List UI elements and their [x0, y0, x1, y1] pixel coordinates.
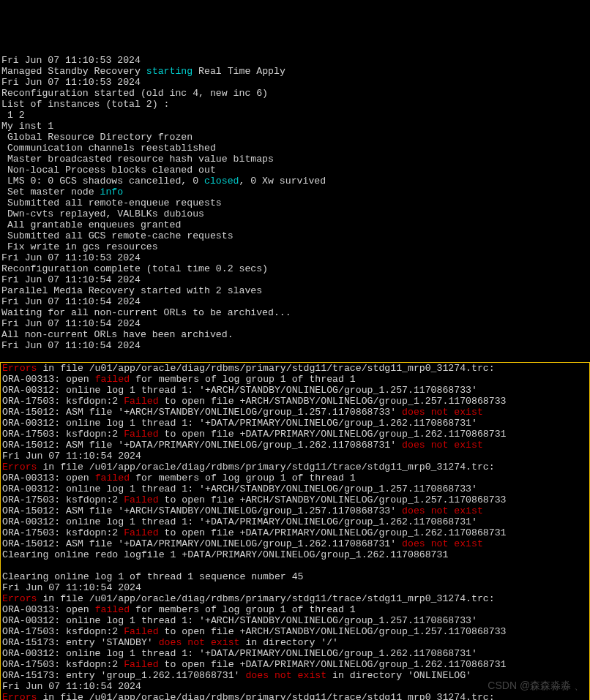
log-text: Submitted all GCS remote-cache requests [1, 230, 234, 241]
log-text: ORA-00312: online log 1 thread 1: '+DATA… [2, 418, 477, 429]
log-text: for members of log group 1 of thread 1 [130, 473, 356, 483]
log-text: in file /u01/app/oracle/diag/rdbms/prima… [37, 692, 494, 700]
log-text: Fri Jun 07 11:10:53 2024 [1, 77, 141, 88]
log-line: Fri Jun 07 11:10:54 2024 [1, 340, 589, 351]
log-line: Set master node info [1, 187, 589, 197]
log-line: Managed Standby Recovery starting Real T… [1, 66, 589, 77]
log-line: ORA-00312: online log 1 thread 1: '+ARCH… [2, 385, 588, 396]
log-text: Fix write in gcs resources [1, 241, 158, 252]
log-line: All non-current ORLs have been archived. [1, 329, 589, 340]
log-line: Clearing online redo logfile 1 +DATA/PRI… [2, 549, 588, 560]
log-text-red: failed [95, 374, 130, 385]
log-text: Parallel Media Recovery started with 2 s… [1, 285, 262, 296]
log-text: ORA-17503: ksfdopn:2 [2, 659, 124, 670]
log-text: My inst 1 [1, 121, 53, 132]
log-line: ORA-00312: online log 1 thread 1: '+DATA… [2, 418, 588, 429]
log-text-red: does not exist [402, 505, 483, 516]
log-text: for members of log group 1 of thread 1 [130, 604, 356, 615]
log-text: Set master node [1, 187, 100, 197]
log-text: ORA-00312: online log 1 thread 1: '+ARCH… [2, 615, 477, 626]
log-line: Fix write in gcs resources [1, 241, 589, 252]
log-text: ORA-15012: ASM file '+ARCH/STANDBY/ONLIN… [2, 505, 402, 516]
log-line: LMS 0: 0 GCS shadows cancelled, 0 closed… [1, 176, 589, 187]
log-text: to open file +ARCH/STANDBY/ONLINELOG/gro… [159, 494, 507, 505]
log-text: to open file +DATA/PRIMARY/ONLINELOG/gro… [159, 429, 507, 440]
log-text: ORA-15012: ASM file '+DATA/PRIMARY/ONLIN… [2, 538, 402, 549]
log-text-red: Failed [124, 626, 158, 637]
log-text: Managed Standby Recovery [1, 66, 146, 77]
log-line: Reconfiguration started (old inc 4, new … [1, 88, 589, 99]
log-text: Clearing online redo logfile 1 +DATA/PRI… [2, 549, 448, 560]
log-line: ORA-17503: ksfdopn:2 Failed to open file… [2, 659, 588, 670]
log-line: ORA-00313: open failed for members of lo… [2, 604, 588, 615]
log-line: Fri Jun 07 11:10:53 2024 [1, 77, 589, 88]
log-text: in directory '/' [239, 637, 338, 648]
log-text-red: does not exist [245, 670, 326, 681]
terminal-output-top[interactable]: Fri Jun 07 11:10:53 2024Managed Standby … [0, 55, 590, 351]
log-text: ORA-00312: online log 1 thread 1: '+ARCH… [2, 483, 477, 494]
log-text: Non-local Process blocks cleaned out [1, 165, 216, 176]
log-text: ORA-00313: open [2, 473, 95, 483]
log-line: Errors in file /u01/app/oracle/diag/rdbm… [2, 462, 588, 473]
log-text: All grantable enqueues granted [1, 219, 181, 230]
log-line: Fri Jun 07 11:10:54 2024 [1, 296, 589, 307]
log-line: ORA-17503: ksfdopn:2 Failed to open file… [2, 396, 588, 407]
log-text: Fri Jun 07 11:10:54 2024 [1, 318, 141, 329]
log-text: in directory 'ONLINELOG' [326, 670, 471, 681]
log-text: Clearing online log 1 of thread 1 sequen… [2, 571, 304, 582]
log-line: ORA-00312: online log 1 thread 1: '+DATA… [2, 516, 588, 527]
log-text: Fri Jun 07 11:10:53 2024 [1, 252, 141, 263]
log-text-cyan: info [100, 187, 124, 197]
log-text: ORA-15012: ASM file '+DATA/PRIMARY/ONLIN… [2, 440, 402, 451]
log-text: ORA-17503: ksfdopn:2 [2, 527, 124, 538]
log-text: in file /u01/app/oracle/diag/rdbms/prima… [37, 462, 494, 473]
log-text: ORA-00312: online log 1 thread 1: '+ARCH… [2, 385, 477, 396]
log-line: Errors in file /u01/app/oracle/diag/rdbm… [2, 363, 588, 374]
log-text-red: does not exist [402, 440, 483, 451]
log-text: Fri Jun 07 11:10:53 2024 [1, 55, 141, 66]
log-line: Fri Jun 07 11:10:53 2024 [1, 252, 589, 263]
log-line: Master broadcasted resource hash value b… [1, 154, 589, 165]
log-line: ORA-15173: entry 'group_1.262.1170868731… [2, 670, 588, 681]
log-text-red: Failed [124, 429, 158, 440]
log-text: Communication channels reestablished [1, 143, 216, 154]
log-text-red: failed [95, 604, 130, 615]
log-text-red: Errors [2, 363, 37, 374]
log-text: Fri Jun 07 11:10:54 2024 [1, 296, 141, 307]
log-text-cyan: closed [204, 176, 239, 187]
log-text-red: Failed [124, 527, 158, 538]
log-text: ORA-17503: ksfdopn:2 [2, 494, 124, 505]
highlighted-error-block[interactable]: Errors in file /u01/app/oracle/diag/rdbm… [0, 362, 590, 700]
log-text-red: failed [95, 473, 130, 483]
log-text: ORA-00312: online log 1 thread 1: '+DATA… [2, 648, 477, 659]
log-text-red: Failed [124, 396, 158, 407]
log-text: Reconfiguration complete (total time 0.2… [1, 263, 268, 274]
log-text: ORA-15012: ASM file '+ARCH/STANDBY/ONLIN… [2, 407, 402, 418]
log-text: LMS 0: 0 GCS shadows cancelled, 0 [1, 176, 204, 187]
log-line: Fri Jun 07 11:10:54 2024 [2, 582, 588, 593]
log-text: ORA-00312: online log 1 thread 1: '+DATA… [2, 516, 477, 527]
log-line: ORA-15012: ASM file '+DATA/PRIMARY/ONLIN… [2, 538, 588, 549]
log-text: Fri Jun 07 11:10:54 2024 [1, 274, 141, 285]
log-text-red: Errors [2, 692, 37, 700]
log-text: ORA-00313: open [2, 374, 95, 385]
log-line: Fri Jun 07 11:10:54 2024 [1, 318, 589, 329]
log-text: Real Time Apply [193, 66, 285, 77]
log-line: Non-local Process blocks cleaned out [1, 165, 589, 176]
log-line: Reconfiguration complete (total time 0.2… [1, 263, 589, 274]
log-text: Dwn-cvts replayed, VALBLKs dubious [1, 208, 204, 219]
log-text-red: Failed [124, 659, 158, 670]
log-text: for members of log group 1 of thread 1 [130, 374, 356, 385]
log-text: to open file +ARCH/STANDBY/ONLINELOG/gro… [159, 396, 507, 407]
log-text: All non-current ORLs have been archived. [1, 329, 234, 340]
log-text: Fri Jun 07 11:10:54 2024 [1, 340, 141, 351]
log-text: Fri Jun 07 11:10:54 2024 [2, 681, 141, 692]
log-text: to open file +DATA/PRIMARY/ONLINELOG/gro… [159, 659, 507, 670]
log-line: Communication channels reestablished [1, 143, 589, 154]
log-line: ORA-17503: ksfdopn:2 Failed to open file… [2, 626, 588, 637]
log-line: ORA-17503: ksfdopn:2 Failed to open file… [2, 429, 588, 440]
log-line: Fri Jun 07 11:10:54 2024 [2, 681, 588, 692]
log-text: Global Resource Directory frozen [1, 132, 193, 143]
log-line: ORA-00313: open failed for members of lo… [2, 473, 588, 483]
log-text: Waiting for all non-current ORLs to be a… [1, 307, 291, 318]
